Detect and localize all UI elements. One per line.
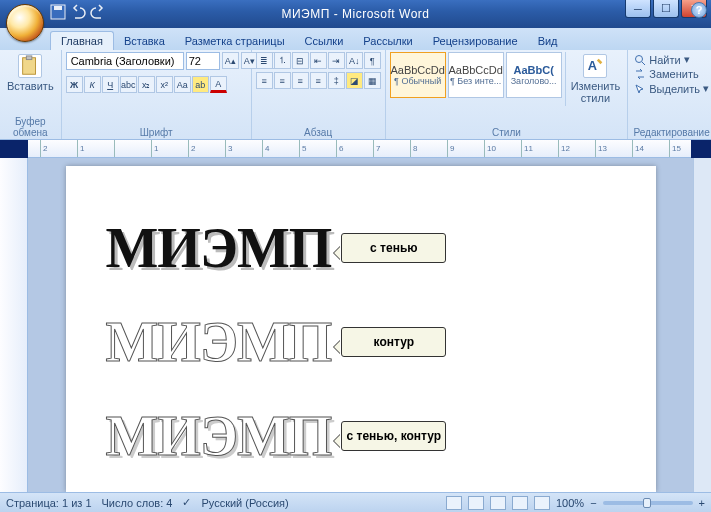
replace-button[interactable]: Заменить	[632, 67, 711, 81]
replace-icon	[634, 68, 646, 80]
sample-both: МИЭМП	[106, 404, 332, 468]
status-spellcheck-icon[interactable]: ✓	[182, 496, 191, 509]
save-icon[interactable]	[50, 4, 66, 20]
select-button[interactable]: Выделить ▾	[632, 81, 711, 96]
office-button[interactable]	[6, 4, 44, 42]
change-styles-label: Изменить стили	[571, 80, 621, 104]
minimize-button[interactable]: ─	[625, 0, 651, 18]
svg-point-5	[636, 55, 643, 62]
view-draft-icon[interactable]	[534, 496, 550, 510]
font-color-icon[interactable]: A	[210, 76, 227, 93]
status-page[interactable]: Страница: 1 из 1	[6, 497, 92, 509]
group-clipboard-title: Буфер обмена	[4, 115, 57, 139]
ruler-vertical[interactable]	[0, 158, 28, 492]
ribbon: Вставить Буфер обмена A▴ A▾ A̷ Ж К Ч abc…	[0, 50, 711, 140]
svg-text:A: A	[588, 58, 597, 73]
sort-icon[interactable]: A↓	[346, 52, 363, 69]
group-font-title: Шрифт	[66, 126, 247, 139]
highlight-icon[interactable]: ab	[192, 76, 209, 93]
scrollbar-vertical[interactable]	[693, 158, 711, 492]
zoom-thumb[interactable]	[643, 498, 651, 508]
font-size-input[interactable]	[186, 52, 220, 70]
quick-access-toolbar	[50, 4, 106, 20]
group-editing-title: Редактирование	[632, 126, 711, 139]
styles-gallery[interactable]: AaBbCcDd¶ Обычный AaBbCcDd¶ Без инте... …	[390, 52, 562, 98]
undo-icon[interactable]	[70, 4, 86, 20]
view-print-icon[interactable]	[446, 496, 462, 510]
view-reading-icon[interactable]	[468, 496, 484, 510]
tab-view[interactable]: Вид	[528, 32, 568, 50]
style-normal[interactable]: AaBbCcDd¶ Обычный	[390, 52, 446, 98]
titlebar: МИЭМП - Microsoft Word ─ ☐ ✕	[0, 0, 711, 28]
view-outline-icon[interactable]	[512, 496, 528, 510]
svg-rect-1	[54, 6, 62, 10]
find-button[interactable]: Найти ▾	[632, 52, 711, 67]
align-left-icon[interactable]: ≡	[256, 72, 273, 89]
italic-icon[interactable]: К	[84, 76, 101, 93]
font-name-input[interactable]	[66, 52, 184, 70]
status-language[interactable]: Русский (Россия)	[201, 497, 288, 509]
justify-icon[interactable]: ≡	[310, 72, 327, 89]
numbering-icon[interactable]: ⒈	[274, 52, 291, 69]
shading-icon[interactable]: ◪	[346, 72, 363, 89]
zoom-value[interactable]: 100%	[556, 497, 584, 509]
dedent-icon[interactable]: ⇤	[310, 52, 327, 69]
style-nospacing[interactable]: AaBbCcDd¶ Без инте...	[448, 52, 504, 98]
underline-icon[interactable]: Ч	[102, 76, 119, 93]
view-web-icon[interactable]	[490, 496, 506, 510]
sample-shadow: МИЭМП	[106, 216, 332, 280]
callout-shadow[interactable]: с тенью	[341, 233, 446, 263]
tab-mailings[interactable]: Рассылки	[353, 32, 422, 50]
page: МИЭМП с тенью МИЭМП контур МИЭМП с тенью…	[66, 166, 656, 492]
indent-icon[interactable]: ⇥	[328, 52, 345, 69]
document-view[interactable]: МИЭМП с тенью МИЭМП контур МИЭМП с тенью…	[28, 158, 693, 492]
zoom-out-button[interactable]: −	[590, 497, 596, 509]
paste-icon	[18, 54, 42, 78]
maximize-button[interactable]: ☐	[653, 0, 679, 18]
zoom-in-button[interactable]: +	[699, 497, 705, 509]
paste-label: Вставить	[7, 80, 54, 92]
grow-font-icon[interactable]: A▴	[222, 52, 239, 69]
svg-rect-3	[27, 56, 33, 60]
strike-icon[interactable]: abc	[120, 76, 137, 93]
tab-review[interactable]: Рецензирование	[423, 32, 528, 50]
align-right-icon[interactable]: ≡	[292, 72, 309, 89]
tab-home[interactable]: Главная	[50, 31, 114, 50]
zoom-slider[interactable]	[603, 501, 693, 505]
window-title: МИЭМП - Microsoft Word	[282, 7, 430, 21]
borders-icon[interactable]: ▦	[364, 72, 381, 89]
bullets-icon[interactable]: ≣	[256, 52, 273, 69]
align-center-icon[interactable]: ≡	[274, 72, 291, 89]
style-heading[interactable]: AaBbC(Заголово...	[506, 52, 562, 98]
redo-icon[interactable]	[90, 4, 106, 20]
callout-both[interactable]: с тенью, контур	[341, 421, 446, 451]
tab-references[interactable]: Ссылки	[295, 32, 354, 50]
cursor-icon	[634, 83, 646, 95]
pilcrow-icon[interactable]: ¶	[364, 52, 381, 69]
bold-icon[interactable]: Ж	[66, 76, 83, 93]
change-styles-button[interactable]: A Изменить стили	[565, 52, 624, 106]
change-styles-icon: A	[583, 54, 607, 78]
tab-pagelayout[interactable]: Разметка страницы	[175, 32, 295, 50]
sample-outline: МИЭМП	[106, 310, 332, 374]
help-icon[interactable]: ?	[691, 2, 707, 18]
status-words[interactable]: Число слов: 4	[102, 497, 173, 509]
callout-outline[interactable]: контур	[341, 327, 446, 357]
paste-button[interactable]: Вставить	[4, 52, 57, 94]
workspace: МИЭМП с тенью МИЭМП контур МИЭМП с тенью…	[0, 158, 711, 492]
subscript-icon[interactable]: x₂	[138, 76, 155, 93]
magnify-icon	[634, 54, 646, 66]
linespacing-icon[interactable]: ‡	[328, 72, 345, 89]
tab-insert[interactable]: Вставка	[114, 32, 175, 50]
case-icon[interactable]: Aa	[174, 76, 191, 93]
ribbon-tabs: Главная Вставка Разметка страницы Ссылки…	[0, 28, 711, 50]
group-styles-title: Стили	[390, 126, 624, 139]
ruler-horizontal[interactable]: 211234567891011121314151617	[28, 140, 691, 158]
multilevel-icon[interactable]: ⊟	[292, 52, 309, 69]
svg-rect-2	[23, 58, 36, 75]
superscript-icon[interactable]: x²	[156, 76, 173, 93]
group-paragraph-title: Абзац	[256, 126, 381, 139]
statusbar: Страница: 1 из 1 Число слов: 4 ✓ Русский…	[0, 492, 711, 512]
